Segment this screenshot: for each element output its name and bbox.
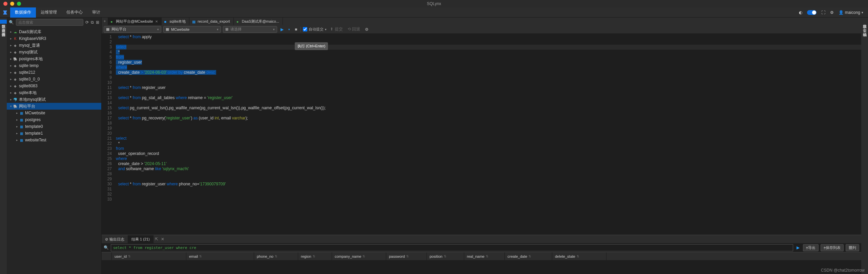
- save-to-table-button[interactable]: ±保存到表: [821, 244, 844, 251]
- apply-filter-button[interactable]: ▶: [795, 245, 801, 250]
- theme-toggle[interactable]: [807, 10, 817, 15]
- result-filter-input[interactable]: [111, 244, 793, 251]
- tree-item-15[interactable]: ▸▦template1: [7, 130, 101, 137]
- minimize-window[interactable]: [10, 2, 14, 6]
- result-tabs: ⊘输出日志结果 1 (21)⇱✕: [102, 235, 861, 243]
- schema-select[interactable]: ⊞请选择▾: [223, 26, 277, 33]
- col-password[interactable]: password⇅: [386, 252, 427, 260]
- tree-item-2[interactable]: ▸◆mysql_普通: [7, 42, 101, 49]
- fullscreen-icon[interactable]: ⛶: [821, 10, 825, 15]
- result-tab-0[interactable]: ⊘输出日志: [102, 235, 128, 243]
- expand-icon[interactable]: ⊞: [96, 20, 99, 25]
- left-rail-2[interactable]: 保存的查询: [0, 28, 7, 32]
- tree-item-5[interactable]: ▸◆sqlite temp: [7, 62, 101, 69]
- right-rail-0[interactable]: 字段提示: [861, 20, 868, 24]
- chevron-down-icon: ▾: [862, 11, 863, 14]
- col-delete_state[interactable]: delete_state⇅: [552, 252, 606, 260]
- maximize-window[interactable]: [17, 2, 21, 6]
- right-rail-2[interactable]: 编码块: [861, 28, 868, 32]
- close-icon[interactable]: ✕: [160, 237, 166, 242]
- run-dropdown[interactable]: ▾: [287, 28, 291, 31]
- col-company_name[interactable]: company_name⇅: [332, 252, 386, 260]
- results-panel: ⊘输出日志结果 1 (21)⇱✕ 🔍 ▶ ±导出 ±保存到表 ☰列 user_i…: [102, 235, 861, 274]
- app-title: SQLynx: [427, 1, 441, 6]
- tree-item-0[interactable]: ▸☁DaaS测试库: [7, 28, 101, 35]
- search-input[interactable]: [16, 19, 83, 26]
- editor-tab-2[interactable]: ▦record_data_export: [189, 18, 233, 25]
- theme-icon[interactable]: ◐: [799, 10, 802, 15]
- titlebar: SQLynx: [0, 0, 868, 7]
- query-toolbar: ▦网站平台▾ ▦MCwebsite▾ ⊞请选择▾ ▶ ▾ ■ 自动提交▾ ⬆ 提…: [102, 25, 861, 34]
- tree-item-9[interactable]: ▸◆sqlite本地: [7, 89, 101, 96]
- schema-icon: ⊞: [225, 27, 228, 31]
- main-area: + ●网站平台@MCwebsite✕■sqlite本地▦record_data_…: [102, 18, 861, 274]
- search-icon: 🔍: [104, 245, 109, 250]
- db-tree: ▸☁DaaS测试库▸KKingbaseV8R3▸◆mysql_普通▸◆mysql…: [7, 27, 101, 274]
- pin-icon[interactable]: ⇱: [153, 237, 160, 242]
- user-menu[interactable]: 👤 maicong ▾: [839, 10, 863, 15]
- result-table: user_id⇅email⇅phone_no⇅region⇅company_na…: [102, 252, 861, 274]
- db-icon: ▦: [106, 27, 109, 31]
- app-logo-icon: [0, 7, 10, 18]
- col-user_id[interactable]: user_id⇅: [112, 252, 186, 260]
- col-phone_no[interactable]: phone_no⇅: [254, 252, 298, 260]
- clone-icon[interactable]: ⧉: [91, 20, 94, 25]
- col-real_name[interactable]: real_name⇅: [464, 252, 505, 260]
- left-rail-1[interactable]: 历史查询: [0, 24, 7, 28]
- tree-item-3[interactable]: ▸◆mysql测试: [7, 49, 101, 55]
- right-rail-1[interactable]: 索引: [861, 24, 868, 28]
- columns-button[interactable]: ☰列: [846, 244, 859, 251]
- run-button[interactable]: ▶: [279, 27, 285, 32]
- tree-item-4[interactable]: ▸🐘postgres本地: [7, 55, 101, 62]
- right-rail: 字段提示索引编码块: [861, 18, 868, 274]
- sql-editor[interactable]: 1234567891011121314151617181920212223242…: [102, 34, 861, 235]
- rollback-button[interactable]: ⟲ 回退: [346, 26, 361, 32]
- editor-tabs: + ●网站平台@MCwebsite✕■sqlite本地▦record_data_…: [102, 18, 861, 25]
- col-region[interactable]: region⇅: [298, 252, 332, 260]
- editor-tab-1[interactable]: ■sqlite本地: [162, 18, 190, 25]
- menu-2[interactable]: 任务中心: [62, 7, 87, 18]
- tree-item-8[interactable]: ▸◆sqlite8083: [7, 83, 101, 89]
- add-tab-button[interactable]: +: [102, 19, 108, 24]
- topbar: 数据操作运维管理任务中心审计 ◐ ⛶ ⚙ 👤 maicong ▾: [0, 7, 868, 18]
- tree-item-1[interactable]: ▸KKingbaseV8R3: [7, 35, 101, 42]
- close-window[interactable]: [3, 2, 7, 6]
- user-icon: 👤: [839, 10, 844, 15]
- editor-tab-3[interactable]: ●DaaS测试库@maico...: [234, 18, 283, 25]
- tree-item-7[interactable]: ▸◆sqlite3_0_0: [7, 76, 101, 83]
- tree-item-11[interactable]: ▾🐘网站平台: [7, 103, 101, 110]
- commit-button[interactable]: ⬆ 提交: [329, 26, 344, 32]
- db-icon: ▦: [166, 27, 169, 31]
- export-button[interactable]: ±导出: [803, 244, 819, 251]
- settings-icon[interactable]: ⚙: [364, 27, 370, 32]
- menu-0[interactable]: 数据操作: [10, 7, 36, 18]
- database-select[interactable]: ▦MCwebsite▾: [163, 26, 221, 33]
- sidebar: 🔍 ⟳ ⧉ ⊞ ▸☁DaaS测试库▸KKingbaseV8R3▸◆mysql_普…: [7, 18, 102, 274]
- left-rail: 数据源历史查询保存的查询: [0, 18, 7, 274]
- col-create_date[interactable]: create_date⇅: [505, 252, 552, 260]
- user-name: maicong: [845, 10, 860, 15]
- tree-item-16[interactable]: ▸▦websiteTest: [7, 137, 101, 143]
- editor-tab-0[interactable]: ●网站平台@MCwebsite✕: [108, 18, 162, 25]
- col-position[interactable]: position⇅: [427, 252, 464, 260]
- left-rail-0[interactable]: 数据源: [0, 20, 7, 24]
- col-index[interactable]: [102, 252, 112, 260]
- stop-button[interactable]: ■: [293, 27, 298, 32]
- close-tab-icon[interactable]: ✕: [155, 20, 158, 23]
- settings-icon[interactable]: ⚙: [830, 10, 834, 15]
- result-tab-1[interactable]: 结果 1 (21): [128, 235, 153, 243]
- menu-3[interactable]: 审计: [87, 7, 105, 18]
- col-email[interactable]: email⇅: [186, 252, 254, 260]
- search-icon: 🔍: [9, 20, 14, 25]
- tree-item-14[interactable]: ▸▦template0: [7, 123, 101, 130]
- auto-commit-checkbox[interactable]: 自动提交▾: [303, 27, 327, 32]
- run-tooltip: 执行 (Ctrl+Enter): [295, 42, 328, 50]
- connection-select[interactable]: ▦网站平台▾: [104, 26, 161, 33]
- traffic-lights: [0, 2, 21, 6]
- tree-item-12[interactable]: ▸▦MCwebsite: [7, 110, 101, 116]
- refresh-icon[interactable]: ⟳: [85, 20, 89, 25]
- tree-item-13[interactable]: ▸▦postgres: [7, 116, 101, 123]
- menu-1[interactable]: 运维管理: [36, 7, 62, 18]
- tree-item-10[interactable]: ▸🐬本地mysql测试: [7, 96, 101, 103]
- tree-item-6[interactable]: ▸◆sqlite212: [7, 69, 101, 76]
